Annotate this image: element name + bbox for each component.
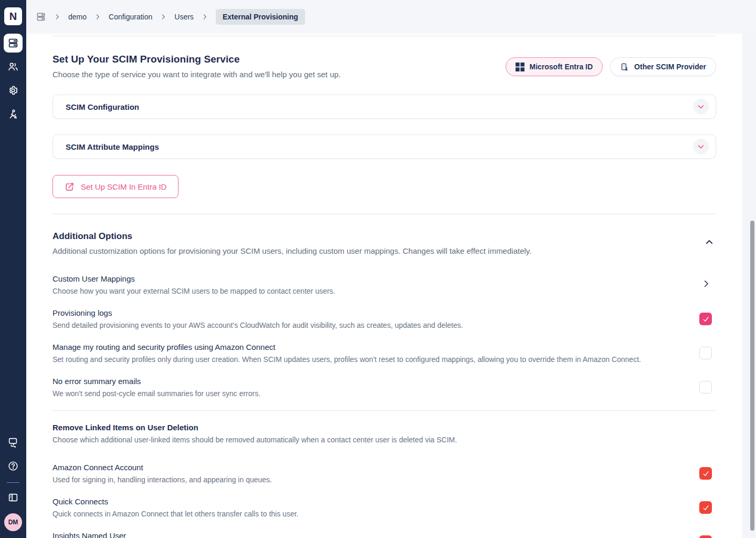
remove-linked-items-title: Remove Linked Items on User Deletion [52, 423, 716, 432]
page: demo Configuration Users External Provis… [26, 0, 756, 538]
manage-profiles-checkbox[interactable] [699, 347, 712, 359]
option-description: We won't send post-cycle email summaries… [52, 389, 260, 398]
additional-options-subtitle: Additional customization options for pro… [52, 246, 531, 255]
additional-options-section: Additional Options Additional customizat… [52, 231, 716, 398]
option-label: No error summary emails [52, 377, 260, 386]
chevron-down-icon[interactable] [693, 139, 709, 154]
remove-linked-items-subtitle: Choose which additional user-linked item… [52, 436, 716, 444]
option-label: Provisioning logs [52, 308, 463, 317]
breadcrumb-bar: demo Configuration Users External Provis… [26, 0, 756, 34]
breadcrumb-item-users[interactable]: Users [174, 13, 194, 21]
option-row-amazon-connect-account: Amazon Connect Account Used for signing … [52, 463, 716, 484]
sidebar-item-chat[interactable] [0, 437, 26, 448]
scim-service-header: Set Up Your SCIM Provisioning Service Ch… [52, 54, 716, 79]
vertical-scrollbar[interactable] [750, 221, 754, 531]
section-divider [52, 214, 716, 214]
subsection-divider [52, 410, 716, 411]
page-title: Set Up Your SCIM Provisioning Service [52, 54, 341, 65]
quick-connects-checkbox[interactable] [699, 501, 712, 514]
provider-button-microsoft-entra-id[interactable]: Microsoft Entra ID [506, 57, 603, 76]
accordion-title: SCIM Configuration [66, 102, 139, 111]
provisioning-logs-checkbox[interactable] [699, 313, 712, 325]
amazon-connect-account-checkbox[interactable] [699, 467, 712, 480]
app-sidebar: N [0, 0, 26, 538]
option-row-insights-named-user: Insights Named User A named Insights use… [52, 531, 716, 538]
provider-button-label: Other SCIM Provider [634, 63, 706, 71]
option-label: Insights Named User [52, 531, 251, 538]
option-description: Choose how you want your external SCIM u… [52, 287, 335, 295]
breadcrumb-item-demo[interactable]: demo [68, 13, 87, 21]
building-user-icon [620, 63, 629, 71]
option-label: Amazon Connect Account [52, 463, 272, 472]
user-avatar[interactable]: DM [0, 513, 26, 531]
avatar-initials: DM [4, 513, 22, 531]
sidebar-item-settings[interactable] [0, 85, 26, 96]
provider-button-other-scim[interactable]: Other SCIM Provider [610, 57, 716, 76]
option-description: Used for signing in, handling interactio… [52, 475, 272, 484]
remove-linked-items-section: Remove Linked Items on User Deletion Cho… [52, 423, 716, 538]
breadcrumb-item-configuration[interactable]: Configuration [109, 13, 152, 21]
accordion-scim-attribute-mappings[interactable]: SCIM Attribute Mappings [52, 134, 716, 159]
chevron-right-icon [94, 13, 101, 20]
option-description: Set routing and security profiles only d… [52, 355, 641, 364]
option-row-quick-connects: Quick Connects Quick connects in Amazon … [52, 497, 716, 518]
panel-icon [7, 492, 19, 503]
chevron-down-icon[interactable] [693, 99, 709, 115]
sidebar-item-users[interactable] [0, 61, 26, 73]
gear-icon [7, 85, 19, 96]
setup-scim-entra-label: Set Up SCIM In Entra ID [81, 182, 166, 191]
option-label: Manage my routing and security profiles … [52, 343, 641, 351]
users-icon [7, 61, 19, 73]
breadcrumb-server-icon[interactable] [36, 12, 46, 22]
chevron-up-icon[interactable] [705, 237, 714, 255]
chevron-right-icon[interactable] [701, 279, 711, 291]
no-error-summary-checkbox[interactable] [699, 381, 712, 394]
accordion-scim-configuration[interactable]: SCIM Configuration [52, 95, 716, 119]
option-label: Custom User Mappings [52, 274, 335, 283]
external-link-icon [65, 182, 75, 192]
option-description: Quick connects in Amazon Connect that le… [52, 510, 298, 518]
server-icon [7, 37, 19, 49]
additional-options-title: Additional Options [52, 231, 531, 242]
app-logo[interactable]: N [0, 7, 26, 25]
chevron-right-icon [54, 13, 61, 20]
sidebar-item-workflows[interactable] [0, 108, 26, 120]
option-row-provisioning-logs: Provisioning logs Send detailed provisio… [52, 308, 716, 329]
sidebar-divider [7, 482, 19, 483]
main-content: Set Up Your SCIM Provisioning Service Ch… [26, 34, 742, 538]
setup-scim-entra-button[interactable]: Set Up SCIM In Entra ID [52, 175, 178, 198]
page-subtitle: Choose the type of service you want to i… [52, 70, 341, 79]
logo-n-icon: N [4, 7, 22, 25]
sidebar-item-help[interactable] [0, 460, 26, 472]
chevron-right-icon [160, 13, 167, 20]
option-row-manage-profiles: Manage my routing and security profiles … [52, 343, 716, 364]
sidebar-item-collapse-panel[interactable] [0, 492, 26, 503]
chevron-right-icon [201, 13, 208, 20]
sidebar-item-instances[interactable] [0, 34, 26, 53]
provider-button-label: Microsoft Entra ID [530, 63, 593, 71]
insights-named-user-checkbox[interactable] [699, 535, 712, 538]
accordion-title: SCIM Attribute Mappings [66, 142, 159, 151]
top-divider [52, 36, 716, 36]
chat-icon [7, 437, 19, 448]
option-label: Quick Connects [52, 497, 298, 506]
option-description: Send detailed provisioning events to you… [52, 321, 463, 329]
option-row-custom-user-mappings[interactable]: Custom User Mappings Choose how you want… [52, 274, 716, 295]
option-row-no-error-summary: No error summary emails We won't send po… [52, 377, 716, 398]
help-icon [7, 460, 19, 472]
microsoft-logo-icon [516, 63, 524, 71]
workflow-icon [7, 108, 19, 120]
breadcrumb: demo Configuration Users External Provis… [36, 9, 305, 25]
breadcrumb-current-external-provisioning[interactable]: External Provisioning [216, 9, 305, 25]
